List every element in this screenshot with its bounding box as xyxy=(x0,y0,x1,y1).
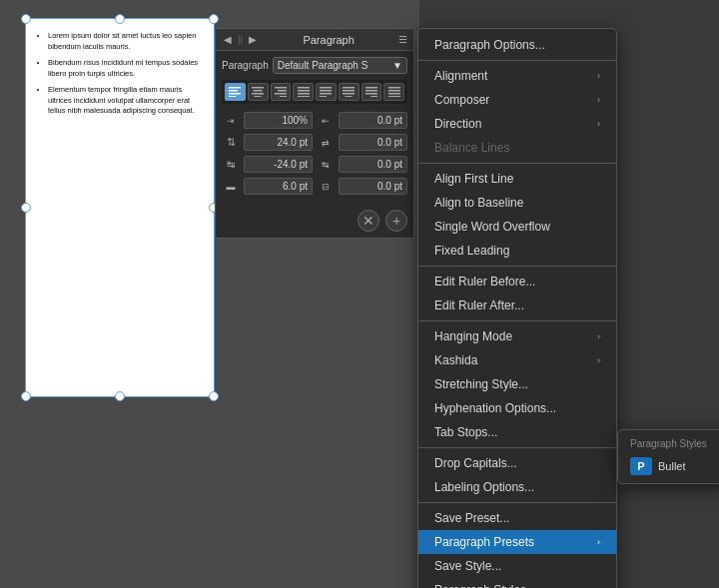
svg-rect-6 xyxy=(252,93,264,95)
menu-item-label: Paragraph Options... xyxy=(434,38,545,52)
panel-separator: || xyxy=(238,34,243,45)
menu-item-fixed-leading[interactable]: Fixed Leading xyxy=(418,239,616,263)
indent-row: ⇥ 100% ⇤ 0.0 pt xyxy=(222,112,407,129)
space-before-right-icon: ⇄ xyxy=(317,138,335,148)
panel-footer: ✕ + xyxy=(216,206,413,238)
menu-item-label: Tab Stops... xyxy=(434,425,497,439)
space-after-input[interactable]: -24.0 pt xyxy=(244,156,313,173)
menu-item-paragraph-options[interactable]: Paragraph Options... xyxy=(418,33,616,57)
style-label: Paragraph xyxy=(222,60,269,71)
menu-item-alignment[interactable]: Alignment› xyxy=(418,64,616,88)
last-row: ▬ 6.0 pt ⊟ 0.0 pt xyxy=(222,178,407,195)
text-paragraph-2: Bibendum risus incididunt mi tempus soda… xyxy=(48,58,204,79)
space-after-right-icon: ↹ xyxy=(317,160,335,170)
menu-item-hyphenation-options[interactable]: Hyphenation Options... xyxy=(418,396,616,420)
svg-rect-16 xyxy=(320,87,332,89)
menu-divider xyxy=(418,447,616,448)
svg-rect-13 xyxy=(298,90,310,92)
svg-rect-22 xyxy=(343,93,355,95)
align-right-btn[interactable] xyxy=(271,83,292,101)
indent-right-input[interactable]: 0.0 pt xyxy=(339,112,407,129)
handle-tl[interactable] xyxy=(21,14,31,24)
align-justify-last-center-btn[interactable] xyxy=(339,83,360,101)
add-btn[interactable]: + xyxy=(385,210,407,232)
indent-right-icon: ⇤ xyxy=(317,116,335,126)
align-justify-all-btn[interactable] xyxy=(383,83,404,101)
space-before-row: ⇅ 24.0 pt ⇄ 0.0 pt xyxy=(222,134,407,151)
menu-item-save-preset[interactable]: Save Preset... xyxy=(418,506,616,530)
space-before-right-input[interactable]: 0.0 pt xyxy=(339,134,407,151)
menu-item-label: Kashida xyxy=(434,353,477,367)
svg-rect-20 xyxy=(343,87,355,89)
menu-item-label: Save Style... xyxy=(434,559,501,573)
submenu-arrow-icon: › xyxy=(597,119,600,129)
paragraph-panel: ◀ || ▶ Paragraph ☰ Paragraph Default Par… xyxy=(215,28,414,239)
menu-divider xyxy=(418,502,616,503)
align-justify-btn[interactable] xyxy=(293,83,314,101)
menu-item-align-baseline[interactable]: Align to Baseline xyxy=(418,191,616,215)
menu-item-label: Composer xyxy=(434,93,489,107)
menu-item-save-style[interactable]: Save Style... xyxy=(418,554,616,578)
bullet-label: Bullet xyxy=(658,460,686,472)
remove-btn[interactable]: ✕ xyxy=(358,210,379,232)
indent-left-input[interactable]: 100% xyxy=(244,112,313,129)
menu-item-label: Direction xyxy=(434,117,481,131)
menu-item-label: Edit Ruler Before... xyxy=(434,275,535,289)
menu-divider xyxy=(418,60,616,61)
handle-ml[interactable] xyxy=(21,203,31,213)
handle-tm[interactable] xyxy=(115,14,125,24)
alignment-row xyxy=(222,80,407,104)
handle-br[interactable] xyxy=(209,391,219,401)
text-paragraph-3: Elementum tempor fringilla etiam mauris … xyxy=(48,85,204,117)
submenu-item-bullet[interactable]: P Bullet xyxy=(618,453,719,479)
menu-item-paragraph-styles[interactable]: Paragraph Styles› xyxy=(418,578,616,588)
last-right-input[interactable]: 0.0 pt xyxy=(339,178,407,195)
menu-item-edit-ruler-before[interactable]: Edit Ruler Before... xyxy=(418,270,616,294)
menu-item-tab-stops[interactable]: Tab Stops... xyxy=(418,420,616,444)
handle-bl[interactable] xyxy=(21,391,31,401)
last-input[interactable]: 6.0 pt xyxy=(244,178,313,195)
menu-item-stretching-style[interactable]: Stretching Style... xyxy=(418,372,616,396)
align-justify-last-right-btn[interactable] xyxy=(361,83,382,101)
panel-title: Paragraph xyxy=(263,34,394,46)
handle-tr[interactable] xyxy=(209,14,219,24)
align-center-btn[interactable] xyxy=(248,83,269,101)
handle-bm[interactable] xyxy=(115,391,125,401)
menu-item-single-word[interactable]: Single Word Overflow xyxy=(418,215,616,239)
svg-rect-12 xyxy=(298,87,310,89)
context-menu: Paragraph Options...Alignment›Composer›D… xyxy=(417,28,617,588)
menu-item-composer[interactable]: Composer› xyxy=(418,88,616,112)
menu-item-drop-capitals[interactable]: Drop Capitals... xyxy=(418,451,616,475)
align-justify-last-left-btn[interactable] xyxy=(316,83,337,101)
menu-item-label: Drop Capitals... xyxy=(434,456,517,470)
menu-item-direction[interactable]: Direction› xyxy=(418,112,616,136)
menu-item-label: Single Word Overflow xyxy=(434,220,550,234)
menu-item-edit-ruler-after[interactable]: Edit Ruler After... xyxy=(418,294,616,317)
bullet-icon: P xyxy=(630,457,652,475)
svg-rect-15 xyxy=(298,96,310,97)
panel-menu-btn[interactable]: ☰ xyxy=(398,34,407,45)
text-frame[interactable]: Lorem ipsum dolor sit amet luctus leo sa… xyxy=(25,18,215,397)
menu-item-hanging-mode[interactable]: Hanging Mode› xyxy=(418,324,616,348)
panel-forward-btn[interactable]: ▶ xyxy=(247,33,259,46)
space-after-icon: ↹ xyxy=(222,159,240,170)
svg-rect-5 xyxy=(254,90,263,92)
menu-item-labeling-options[interactable]: Labeling Options... xyxy=(418,475,616,499)
menu-item-paragraph-presets[interactable]: Paragraph Presets› xyxy=(418,530,616,554)
svg-rect-8 xyxy=(275,87,287,89)
menu-divider xyxy=(418,266,616,267)
svg-rect-30 xyxy=(388,93,400,95)
space-before-input[interactable]: 24.0 pt xyxy=(244,134,313,151)
menu-item-kashida[interactable]: Kashida› xyxy=(418,348,616,372)
panel-header: ◀ || ▶ Paragraph ☰ xyxy=(216,29,413,51)
panel-back-btn[interactable]: ◀ xyxy=(222,33,234,46)
menu-item-align-first[interactable]: Align First Line xyxy=(418,167,616,191)
align-left-btn[interactable] xyxy=(225,83,246,101)
last-icon: ▬ xyxy=(222,182,240,192)
svg-rect-19 xyxy=(320,96,327,97)
menu-item-balance-lines: Balance Lines xyxy=(418,136,616,160)
svg-rect-17 xyxy=(320,90,332,92)
space-after-right-input[interactable]: 0.0 pt xyxy=(339,156,407,173)
style-dropdown[interactable]: Default Paragraph S ▼ xyxy=(273,57,407,74)
menu-item-label: Edit Ruler After... xyxy=(434,298,524,312)
